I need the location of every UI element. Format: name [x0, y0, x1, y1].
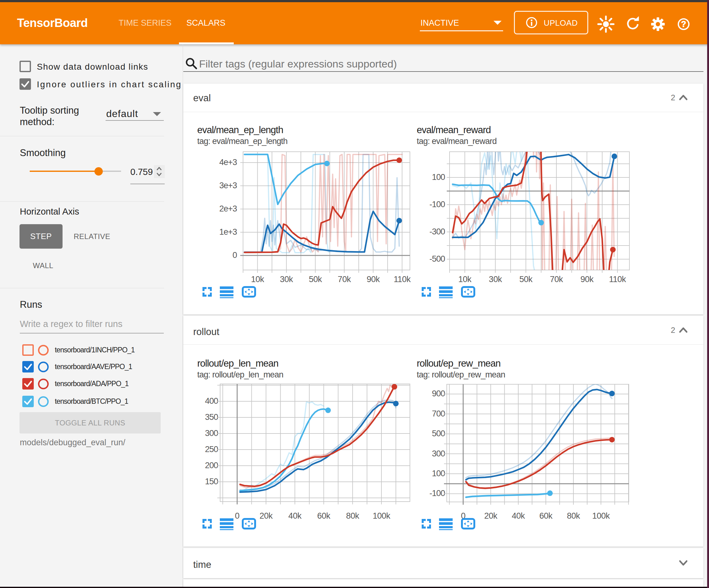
svg-text:?: ? — [681, 20, 686, 29]
